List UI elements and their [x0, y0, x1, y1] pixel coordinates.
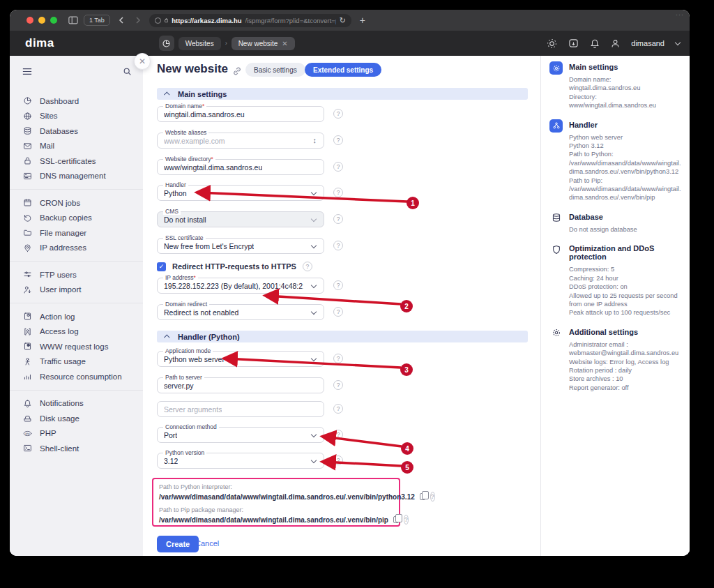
sidebar-item-backup-copies[interactable]: Backup copies [10, 211, 143, 226]
sidebar-item-databases[interactable]: Databases [10, 123, 143, 139]
help-icon[interactable]: ? [333, 188, 343, 197]
help-icon[interactable]: ? [333, 162, 343, 172]
summary-handler: Handler Python web server Python 3.12 Pa… [549, 119, 683, 202]
device-icon[interactable] [568, 38, 579, 48]
shield-icon [549, 243, 563, 256]
help-icon[interactable]: ? [333, 307, 343, 317]
field-server-arguments: Server arguments ? [157, 401, 373, 417]
sidebar-item-php[interactable]: phpPHP [10, 426, 143, 442]
help-icon[interactable]: ? [430, 492, 435, 502]
breadcrumb-websites[interactable]: Websites [178, 37, 221, 50]
chevron-down-icon [311, 216, 317, 222]
help-icon[interactable]: ? [333, 404, 343, 414]
app-header: dima Websites › New website✕ dimasand [10, 31, 690, 56]
help-icon[interactable]: ? [333, 380, 343, 390]
sidebar-item-dashboard[interactable]: Dashboard [10, 93, 143, 109]
sidebar-item-ftp-users[interactable]: FTP users [10, 267, 143, 282]
help-icon[interactable]: ? [333, 354, 343, 363]
browser-chrome: 1 Tab https://arkasz.dima.hu /ispmgr#/fo… [10, 10, 690, 31]
sidebar-item-sites[interactable]: Sites [10, 109, 143, 124]
checkbox-checked[interactable]: ✓ [157, 262, 166, 271]
annotation-badge-1: 1 [407, 197, 419, 209]
field-domain-redirect: Domain redirectRedirect is not enabled ? [157, 304, 373, 320]
sidebar-item-action-log[interactable]: Action log [10, 309, 143, 324]
window-controls[interactable] [26, 17, 57, 24]
field-application-mode: Application modePython web server ? [157, 351, 373, 367]
theme-icon[interactable] [547, 38, 557, 49]
help-icon[interactable]: ? [333, 241, 343, 250]
notifications-bell-icon[interactable] [590, 38, 600, 49]
tab-basic-settings[interactable]: Basic settings [245, 63, 305, 77]
link-icon[interactable] [232, 66, 242, 76]
help-icon[interactable]: ? [333, 109, 343, 119]
sidebar-item-shell-client[interactable]: Shell-client [10, 441, 143, 456]
field-handler: HandlerPython ? [157, 185, 373, 201]
copy-icon[interactable] [420, 493, 425, 500]
sidebar-item-disk-usage[interactable]: Disk usage [10, 411, 143, 426]
help-icon[interactable]: ? [303, 262, 312, 271]
summary-panel: Main settings Domain name: wingtail.dima… [540, 56, 690, 556]
sidebar-item-ip-addresses[interactable]: IP addresses [10, 241, 143, 256]
menu-hamburger-icon[interactable] [22, 68, 32, 75]
username-label[interactable]: dimasand [631, 39, 664, 47]
help-icon[interactable]: ? [333, 280, 343, 290]
gear-icon [549, 61, 563, 75]
help-icon[interactable]: ? [333, 455, 343, 465]
help-icon[interactable]: ? [333, 135, 343, 145]
tab-count-button[interactable]: 1 Tab [84, 15, 110, 26]
sidebar-item-mail[interactable]: Mail [10, 139, 143, 154]
sidebar-item-user-import[interactable]: User import [10, 282, 143, 298]
breadcrumb-separator-icon: › [225, 40, 227, 47]
tab-new-website[interactable]: New website✕ [231, 37, 295, 50]
site-settings-icon[interactable] [155, 17, 161, 24]
close-form-button[interactable]: ✕ [134, 53, 151, 70]
maximize-window-button[interactable] [50, 17, 57, 24]
sidebar-item-access-log[interactable]: Access log [10, 324, 143, 340]
close-window-button[interactable] [26, 17, 33, 24]
dashboard-shortcut-button[interactable] [159, 36, 174, 51]
close-tab-icon[interactable]: ✕ [282, 40, 287, 47]
help-icon[interactable]: ? [333, 214, 343, 224]
user-icon [611, 39, 620, 48]
sidebar-item-traffic-usage[interactable]: Traffic usage [10, 354, 143, 370]
new-tab-button[interactable]: + [360, 15, 365, 26]
app-logo[interactable]: dima [25, 36, 54, 50]
url-path: /ispmgr#/form?plid=&tconvert=punycode&fu… [245, 17, 336, 24]
cancel-button[interactable]: Cancel [195, 539, 219, 548]
search-icon[interactable] [123, 67, 132, 76]
sidebar-toggle-icon[interactable] [68, 16, 78, 24]
field-ip-address: IP address*195.228.152.223 (By default),… [157, 278, 373, 294]
header-actions: dimasand [547, 38, 680, 49]
field-connection-method: Connection methodPort ? [157, 427, 373, 443]
help-icon[interactable]: ? [333, 430, 343, 439]
annotation-badge-3: 3 [400, 363, 413, 376]
copy-icon[interactable] [393, 516, 399, 523]
address-bar[interactable]: https://arkasz.dima.hu /ispmgr#/form?pli… [149, 14, 351, 27]
sidebar-item-dns-management[interactable]: DNS management [10, 169, 143, 184]
refresh-icon[interactable]: ↻ [340, 16, 346, 25]
collapse-chevron-icon[interactable] [164, 334, 169, 340]
sidebar-item-file-manager[interactable]: File manager [10, 225, 143, 241]
tab-extended-settings[interactable]: Extended settings [305, 63, 381, 77]
forward-icon[interactable] [132, 17, 144, 24]
sidebar-item-www-request-logs[interactable]: WWW request logs [10, 339, 143, 354]
section-main-settings[interactable]: Main settings [157, 88, 528, 100]
collapse-chevron-icon[interactable] [164, 91, 169, 97]
annotation-badge-2: 2 [400, 300, 413, 312]
user-menu-chevron-icon[interactable] [675, 39, 681, 45]
stepper-icon[interactable]: ↕ [313, 136, 317, 144]
minimize-window-button[interactable] [38, 17, 45, 24]
overflow-menu-icon[interactable]: ··· [676, 11, 684, 18]
python-path-label: Path to Python interpreter: [159, 483, 393, 490]
create-button[interactable]: Create [157, 536, 199, 552]
help-icon[interactable]: ? [404, 515, 409, 525]
sidebar-item-resource-consumption[interactable]: Resource consumption [10, 369, 143, 384]
sidebar: Dashboard Sites Databases Mail SSL-certi… [10, 56, 143, 556]
sidebar-item-cron-jobs[interactable]: CRON jobs [10, 195, 143, 211]
chevron-down-icon [311, 309, 317, 315]
section-handler-python[interactable]: Handler (Python) [157, 331, 528, 342]
back-icon[interactable] [116, 17, 127, 24]
sidebar-item-ssl-certificates[interactable]: SSL-certificates [10, 153, 143, 169]
python-path-value: /var/www/dimasand/data/www/wingtail.dima… [159, 493, 415, 501]
sidebar-item-notifications[interactable]: Notifications [10, 396, 143, 412]
